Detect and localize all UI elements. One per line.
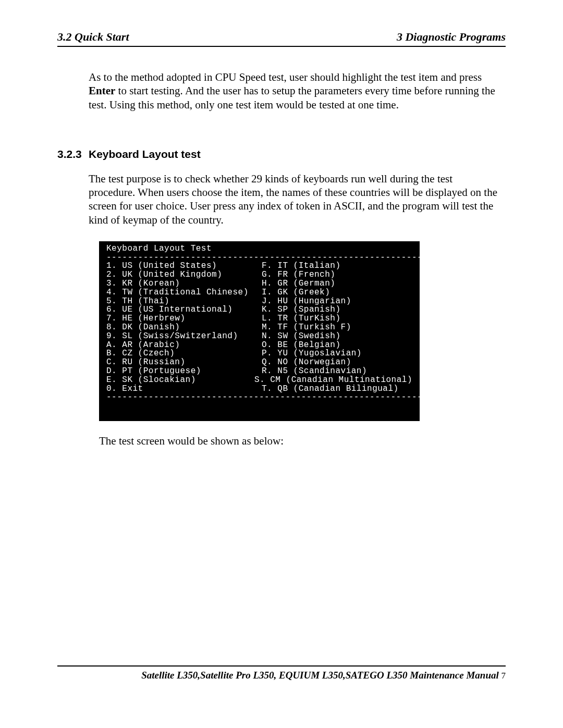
header-rule — [57, 46, 506, 47]
footer-title: Satellite L350,Satellite Pro L350, EQUIU… — [141, 670, 499, 681]
paragraph-cpu-speed: As to the method adopted in CPU Speed te… — [89, 70, 500, 112]
section-title: Keyboard Layout test — [89, 148, 201, 160]
paragraph-follow: The test screen would be shown as below: — [99, 435, 500, 448]
page-footer: Satellite L350,Satellite Pro L350, EQUIU… — [57, 665, 506, 681]
terminal-screenshot: Keyboard Layout Test -------------------… — [99, 241, 420, 421]
body: As to the method adopted in CPU Speed te… — [57, 70, 506, 112]
paragraph-keyboard-purpose: The test purpose is to check whether 29 … — [89, 172, 500, 227]
text: As to the method adopted in CPU Speed te… — [89, 71, 482, 83]
text: to start testing. And the user has to se… — [89, 84, 495, 110]
section-number: 3.2.3 — [57, 148, 89, 161]
body: The test purpose is to check whether 29 … — [57, 172, 506, 448]
text-bold: Enter — [89, 84, 115, 97]
footer-rule — [57, 665, 506, 667]
section-heading: 3.2.3Keyboard Layout test — [57, 148, 506, 161]
page: 3.2 Quick Start 3 Diagnostic Programs As… — [0, 0, 563, 728]
page-header: 3.2 Quick Start 3 Diagnostic Programs — [57, 30, 506, 46]
header-left: 3.2 Quick Start — [57, 30, 129, 44]
footer-page-number: 7 — [501, 671, 506, 681]
header-right: 3 Diagnostic Programs — [397, 30, 506, 44]
footer-text: Satellite L350,Satellite Pro L350, EQUIU… — [57, 670, 506, 681]
